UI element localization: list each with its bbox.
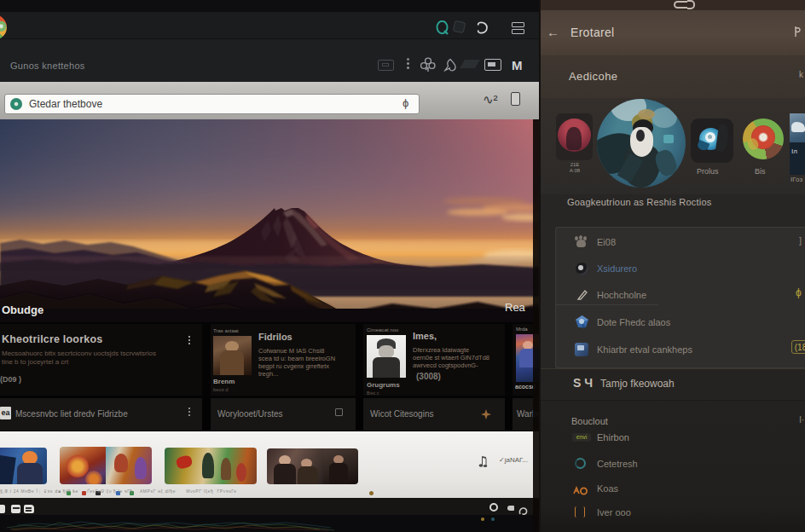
svg-text:Obudge: Obudge bbox=[2, 304, 43, 316]
svg-text:Rea: Rea bbox=[505, 301, 526, 314]
